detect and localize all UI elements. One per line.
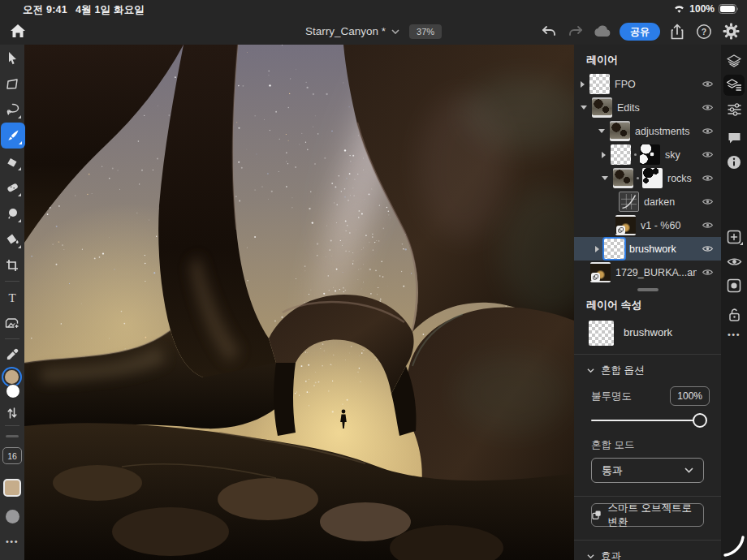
layer-row-sky[interactable]: sky: [574, 143, 721, 166]
layer-visibility-toggle[interactable]: [702, 127, 714, 136]
battery-icon: [719, 4, 739, 14]
redo-button[interactable]: [566, 22, 585, 41]
lock-layer-button[interactable]: [723, 304, 745, 325]
layer-row-v1[interactable]: v1 - %60: [574, 213, 721, 237]
layer-mask-button[interactable]: [723, 275, 745, 296]
eraser-tool[interactable]: [0, 149, 24, 174]
brush-tool[interactable]: [1, 123, 25, 149]
convert-smart-object-button[interactable]: 스마트 오브젝트로 변환: [591, 503, 704, 527]
undo-button[interactable]: [539, 22, 559, 41]
canvas-image: [24, 45, 574, 560]
swap-colors-button[interactable]: [0, 403, 24, 423]
layer-mask-thumbnail: [640, 144, 660, 165]
fill-tool[interactable]: [0, 226, 24, 252]
color-well: [0, 369, 24, 403]
layer-row-brushwork[interactable]: brushwork: [574, 237, 721, 261]
blend-mode-dropdown[interactable]: 통과: [591, 458, 704, 483]
blend-mode-label: 혼합 모드: [574, 430, 721, 458]
healing-tool[interactable]: [0, 174, 24, 200]
layer-row-1729[interactable]: 1729_BURKA...anced-NR33: [574, 261, 721, 284]
brush-options-handle[interactable]: [6, 435, 19, 437]
layer-visibility-toggle[interactable]: [702, 103, 714, 112]
layer-row-fpo[interactable]: FPO: [574, 72, 721, 96]
layer-thumbnail: [613, 168, 633, 188]
layer-thumbnail: [589, 74, 610, 94]
disclosure-triangle[interactable]: [581, 106, 587, 110]
layer-visibility-toggle[interactable]: [702, 268, 714, 277]
layer-visibility-toggle[interactable]: [702, 244, 714, 253]
settings-gear-icon[interactable]: [721, 22, 741, 41]
clock: 오전 9:41: [23, 4, 67, 15]
layer-visibility-toggle[interactable]: [702, 197, 714, 206]
toolbar-divider: [5, 281, 19, 282]
disclosure-triangle[interactable]: [581, 81, 585, 88]
opacity-slider[interactable]: [591, 412, 704, 429]
foreground-color-swatch[interactable]: [5, 370, 19, 384]
disclosure-triangle[interactable]: [598, 129, 605, 133]
layer-thumbnail: [611, 144, 631, 165]
layer-row-rocks[interactable]: rocks: [574, 166, 721, 190]
place-image-tool[interactable]: [0, 310, 24, 336]
battery-percent: 100%: [689, 3, 715, 15]
layer-mask-thumbnail: [642, 168, 663, 188]
layer-visibility-toggle[interactable]: [702, 150, 714, 159]
layer-row-adjustments[interactable]: adjustments: [574, 119, 721, 143]
type-tool[interactable]: T: [0, 284, 24, 310]
canvas-area[interactable]: [24, 45, 574, 560]
svg-text:?: ?: [702, 27, 706, 37]
background-color-swatch[interactable]: [6, 384, 20, 398]
status-bar: 오전 9:414월 1일 화요일 100%: [0, 0, 747, 18]
blur-smudge-tool[interactable]: [0, 200, 24, 226]
layer-row-darken[interactable]: darken: [574, 190, 721, 213]
smart-object-badge-icon: [616, 226, 625, 235]
brush-size-badge[interactable]: 16: [2, 447, 22, 464]
panel-resize-handle[interactable]: [637, 288, 658, 291]
opacity-value-field[interactable]: 100%: [670, 386, 710, 406]
document-title[interactable]: Starry_Canyon *: [305, 25, 399, 37]
selected-layer-thumbnail: [589, 321, 614, 346]
zoom-level-badge[interactable]: 37%: [409, 24, 442, 39]
layer-visibility-toggle[interactable]: [702, 174, 714, 183]
smart-object-icon: [592, 510, 602, 520]
layer-row-edits[interactable]: Edits: [574, 96, 721, 119]
add-layer-button[interactable]: [723, 226, 745, 248]
toolbar-divider: [5, 425, 19, 426]
share-button[interactable]: 공유: [620, 23, 660, 41]
adjustments-panel-button[interactable]: [723, 99, 745, 120]
effects-header[interactable]: 효과: [574, 541, 721, 560]
move-tool[interactable]: [0, 45, 24, 71]
layers-panel-title: 레이어: [574, 45, 721, 72]
document-info-button[interactable]: [723, 152, 745, 173]
layer-properties-title: 레이어 속성: [574, 293, 721, 317]
brush-color-swatch[interactable]: [3, 479, 21, 497]
chevron-down-icon: [684, 467, 693, 473]
layer-thumbnail: [592, 97, 612, 118]
svg-text:T: T: [8, 291, 15, 304]
brush-tip-swatch[interactable]: [6, 510, 19, 523]
disclosure-triangle[interactable]: [602, 176, 608, 180]
photoshop-ipad-app: 오전 9:414월 1일 화요일 100% Starry_Canyon * 37…: [0, 0, 747, 560]
cloud-sync-icon[interactable]: [593, 22, 612, 41]
toolbar-more-button[interactable]: •••: [6, 536, 19, 546]
slider-knob[interactable]: [693, 413, 707, 428]
help-button[interactable]: ?: [694, 22, 714, 41]
transform-select-tool[interactable]: [0, 71, 24, 97]
chevron-down-icon: [391, 29, 399, 34]
eyedropper-tool[interactable]: [0, 342, 24, 368]
layers-stack-icon[interactable]: [723, 50, 745, 71]
comments-button[interactable]: [723, 127, 745, 149]
layer-properties-panel-button[interactable]: [723, 75, 745, 96]
slider-track: [591, 420, 701, 421]
crop-tool[interactable]: [0, 252, 24, 278]
layer-visibility-toggle[interactable]: [702, 80, 714, 88]
strip-more-button[interactable]: •••: [728, 330, 741, 339]
layer-visibility-button[interactable]: [723, 251, 745, 272]
lasso-tool[interactable]: [0, 97, 24, 123]
selected-layer-name: brushwork: [624, 326, 672, 338]
layer-visibility-toggle[interactable]: [702, 221, 714, 230]
blend-options-header[interactable]: 혼합 옵션: [574, 355, 721, 385]
export-icon[interactable]: [667, 22, 687, 41]
disclosure-triangle[interactable]: [595, 246, 599, 252]
disclosure-triangle[interactable]: [602, 152, 606, 158]
right-icon-strip: •••: [721, 45, 747, 560]
